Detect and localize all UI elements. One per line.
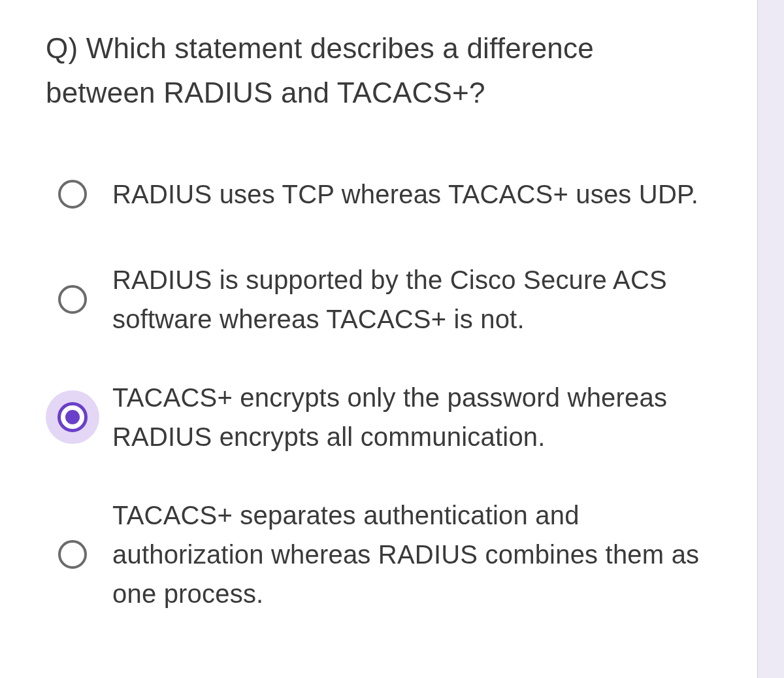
radio-2[interactable] bbox=[46, 390, 99, 444]
option-2[interactable]: TACACS+ encrypts only the password where… bbox=[46, 378, 711, 456]
radio-0[interactable] bbox=[46, 167, 99, 221]
radio-selected-icon bbox=[57, 402, 88, 432]
option-label-2: TACACS+ encrypts only the password where… bbox=[112, 378, 711, 456]
radio-circle-icon bbox=[58, 180, 87, 209]
radio-dot-icon bbox=[65, 410, 80, 424]
option-label-0: RADIUS uses TCP whereas TACACS+ uses UDP… bbox=[112, 175, 698, 214]
option-label-1: RADIUS is supported by the Cisco Secure … bbox=[112, 260, 711, 339]
radio-1[interactable] bbox=[46, 273, 99, 326]
option-0[interactable]: RADIUS uses TCP whereas TACACS+ uses UDP… bbox=[46, 167, 711, 221]
option-3[interactable]: TACACS+ separates authentication and aut… bbox=[46, 496, 711, 613]
radio-circle-icon bbox=[58, 540, 87, 569]
question-card: Q) Which statement describes a differenc… bbox=[0, 0, 758, 678]
option-label-3: TACACS+ separates authentication and aut… bbox=[112, 496, 711, 613]
options-group: RADIUS uses TCP whereas TACACS+ uses UDP… bbox=[46, 167, 711, 613]
radio-3[interactable] bbox=[46, 528, 99, 581]
option-1[interactable]: RADIUS is supported by the Cisco Secure … bbox=[46, 260, 711, 339]
question-text: Q) Which statement describes a differenc… bbox=[46, 26, 711, 115]
radio-circle-icon bbox=[58, 285, 87, 314]
